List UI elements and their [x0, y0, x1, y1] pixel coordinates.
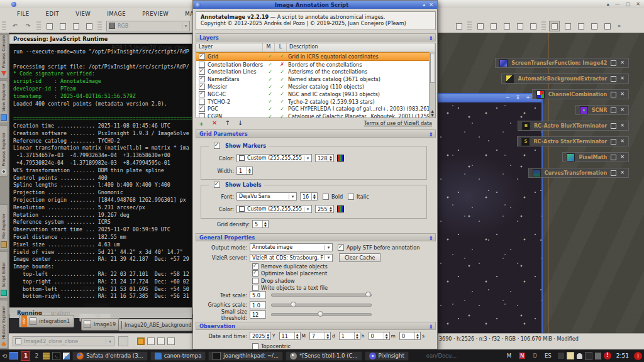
restore-icon[interactable]: [611, 139, 616, 145]
layer-checkbox[interactable]: [199, 99, 205, 105]
restore-icon[interactable]: [611, 155, 616, 160]
spinner-arrows-icon[interactable]: ▲▼: [294, 332, 300, 339]
sidebar-tab-view-explorer[interactable]: View Explorer: [0, 80, 8, 123]
color-picker-icon[interactable]: [337, 206, 344, 212]
toolbar-grip[interactable]: [36, 21, 41, 30]
layer-row[interactable]: Constellation Lines Asterisms of the con…: [196, 69, 435, 76]
restore-icon[interactable]: [611, 170, 616, 176]
task-window-button[interactable]: Safata d'entrada (3...: [72, 351, 148, 361]
expand-window-icon[interactable]: [528, 21, 538, 31]
active-view-selector[interactable]: Image42_clone_clone ▾: [13, 336, 114, 346]
font-size-spinner[interactable]: 16▲▼: [300, 192, 318, 200]
color-picker-icon[interactable]: [337, 155, 344, 162]
layer-row[interactable]: Grid Grid in ICRS equatorial coordinates: [196, 52, 435, 61]
spinner-arrows-icon[interactable]: ▲▼: [247, 167, 252, 174]
slider-track[interactable]: [271, 313, 372, 316]
section-general-properties[interactable]: General Properties ▲▲: [196, 233, 436, 241]
close-icon[interactable]: ✕: [620, 76, 625, 81]
task-window-button[interactable]: canon-trompa: [150, 351, 206, 361]
process-window-titlebar[interactable]: S RC-Astro StarXTerminator ✕: [517, 136, 629, 146]
slider-thumb[interactable]: [365, 292, 371, 297]
process-window-titlebar[interactable]: PixelMath ✕: [562, 152, 629, 162]
spinner-arrows-icon[interactable]: ▲▼: [414, 332, 420, 339]
tray-clipboard-icon[interactable]: [585, 352, 592, 360]
date-spinner[interactable]: 1▲▼: [339, 332, 360, 340]
screen-mode-icon[interactable]: [549, 21, 560, 31]
date-spinner[interactable]: 0▲▼: [369, 332, 390, 340]
toolbar-overflow-icon[interactable]: »: [618, 23, 621, 29]
redo-icon[interactable]: [23, 21, 33, 31]
tray-app-icon[interactable]: [558, 353, 564, 359]
toolbar-grip[interactable]: [467, 21, 472, 30]
undo-icon[interactable]: [9, 21, 20, 31]
workspace-thumb-3[interactable]: [157, 337, 165, 345]
spinner-arrows-icon[interactable]: ▲▼: [262, 221, 268, 228]
workspace-1-button[interactable]: 1: [21, 351, 30, 361]
slider-thumb[interactable]: [318, 311, 323, 317]
show-labels-checkbox[interactable]: [214, 182, 220, 188]
process-window-titlebar[interactable]: ChannelCombination ✕: [532, 89, 629, 99]
toolbar-grip[interactable]: [541, 21, 546, 30]
restore-icon[interactable]: ▢: [626, 1, 631, 8]
layer-checkbox[interactable]: [199, 91, 205, 97]
delete-layer-icon[interactable]: ✕: [212, 119, 217, 128]
add-layer-icon[interactable]: ＋: [198, 119, 204, 128]
layer-row[interactable]: CGPN Catalogue of Galactic Planetar...Ko…: [196, 112, 435, 118]
slider-value[interactable]: 1.0: [250, 301, 266, 309]
dock-bottom-icon[interactable]: [602, 21, 613, 31]
layer-row[interactable]: TYCHO-2 Tycho-2 catalog (2,539,913 stars…: [196, 98, 435, 106]
dock-left-icon[interactable]: [575, 21, 586, 31]
zoom-tool-icon[interactable]: [453, 21, 464, 31]
spinner-arrows-icon[interactable]: ▲▼: [311, 193, 317, 200]
show-desktop-icon[interactable]: ⟲: [2, 353, 7, 359]
layer-checkbox[interactable]: [199, 84, 205, 90]
close-icon[interactable]: ✕: [620, 60, 625, 65]
process-window-titlebar[interactable]: ScreenTransferFunction: Image42 ✕: [495, 58, 629, 68]
workspace-thumb-4[interactable]: [167, 337, 175, 345]
date-spinner[interactable]: 0▲▼: [399, 332, 421, 340]
layer-checkbox[interactable]: [199, 53, 205, 60]
grid-density-spinner[interactable]: 5▲▼: [252, 220, 269, 228]
alert-icon[interactable]: !: [604, 352, 611, 359]
label-color-combo[interactable]: Custom (255,255,255)▾: [236, 205, 312, 213]
toolbar-grip[interactable]: [2, 21, 6, 30]
clock[interactable]: 2:51: [616, 353, 629, 359]
dock-right-icon[interactable]: [589, 21, 599, 31]
sidebar-tab-script-editor[interactable]: Script Editor: [0, 251, 8, 299]
channel-selector[interactable]: RGB ▾: [106, 21, 190, 31]
collapse-icon[interactable]: ▲▲: [430, 36, 432, 40]
close-icon[interactable]: ✕: [636, 1, 640, 8]
slider-thumb[interactable]: [291, 302, 296, 307]
slider-track[interactable]: [271, 293, 372, 297]
topocentric-checkbox[interactable]: [252, 343, 258, 349]
spinner-arrows-icon[interactable]: ▲▼: [325, 332, 330, 339]
panel-icon[interactable]: [9, 352, 18, 359]
tray-battery-icon[interactable]: [595, 353, 601, 359]
iconized-window[interactable]: Image20_ABE_background: [118, 319, 192, 331]
rename-view-icon[interactable]: [44, 21, 55, 31]
terminal-launcher-icon[interactable]: ›_: [52, 352, 60, 360]
sidebar-tab-process-console[interactable]: Process Console: [0, 35, 8, 79]
menu-item[interactable]: FILE: [9, 11, 38, 17]
spinner-arrows-icon[interactable]: ▲▼: [384, 332, 389, 339]
layer-row[interactable]: Messier Messier catalog (110 objects): [196, 83, 435, 90]
move-up-icon[interactable]: ↑: [225, 119, 230, 128]
font-combo[interactable]: DejaVu Sans▾: [236, 192, 297, 200]
bold-checkbox[interactable]: [323, 194, 329, 200]
process-window-titlebar[interactable]: SCNR ✕: [575, 105, 629, 115]
package-manager-icon[interactable]: [43, 353, 50, 359]
process-window-titlebar[interactable]: AutomaticBackgroundExtractor ✕: [501, 74, 629, 84]
restore-icon[interactable]: [611, 76, 616, 82]
dialog-titlebar[interactable]: Image Annotation Script ▴ ✕: [193, 1, 437, 9]
scrollbar-arrows[interactable]: ▲▼: [430, 109, 435, 117]
spinner-arrows-icon[interactable]: ▲▼: [328, 206, 333, 212]
close-icon[interactable]: ✕: [620, 170, 625, 175]
toolbar-grip[interactable]: [97, 21, 102, 30]
process-window-titlebar[interactable]: B RC-Astro BlurXTerminator ✕: [518, 121, 629, 131]
fit-window-icon[interactable]: [514, 21, 525, 31]
close-icon[interactable]: ✕: [429, 1, 433, 9]
menu-item[interactable]: VIEW: [67, 11, 99, 17]
pin-icon[interactable]: ▴: [607, 1, 609, 8]
marker-width-spinner[interactable]: 1▲▼: [236, 167, 253, 175]
show-markers-checkbox[interactable]: [214, 143, 220, 149]
